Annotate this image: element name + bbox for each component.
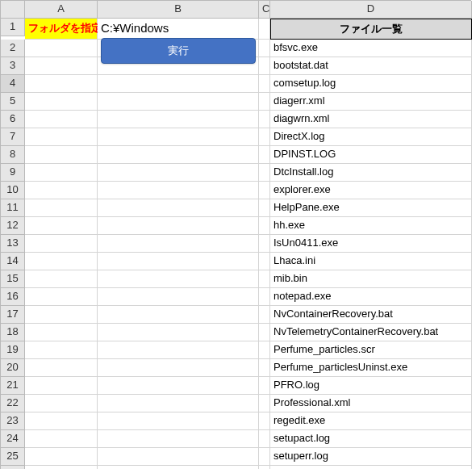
file-list-item[interactable]: hh.exe — [270, 217, 472, 235]
cell-A13[interactable] — [25, 235, 98, 253]
cell-B23[interactable] — [98, 412, 259, 430]
cell-C13[interactable] — [259, 235, 270, 253]
cell-B19[interactable] — [98, 341, 259, 359]
row-header-4[interactable]: 4 — [1, 75, 25, 93]
cell-B10[interactable] — [98, 182, 259, 199]
cell-A25[interactable] — [25, 448, 98, 466]
cell-A17[interactable] — [25, 306, 98, 324]
row-header-8[interactable]: 8 — [1, 146, 25, 164]
cell-C5[interactable] — [259, 93, 270, 111]
cell-C24[interactable] — [259, 430, 270, 448]
cell-C17[interactable] — [259, 306, 270, 324]
file-list-item[interactable]: setupact.log — [270, 430, 472, 448]
col-header-B[interactable]: B — [98, 1, 259, 19]
file-list-item[interactable]: PFRO.log — [270, 377, 472, 395]
row-header-22[interactable]: 22 — [1, 395, 25, 412]
cell-B2[interactable]: 実行 — [98, 40, 259, 57]
file-list-item[interactable]: HelpPane.exe — [270, 199, 472, 217]
row-header-23[interactable]: 23 — [1, 412, 25, 430]
cell-C25[interactable] — [259, 448, 270, 466]
cell-C8[interactable] — [259, 146, 270, 164]
cell-A26[interactable] — [25, 466, 98, 469]
file-list-item[interactable]: notepad.exe — [270, 288, 472, 306]
row-header-14[interactable]: 14 — [1, 253, 25, 270]
file-list-item[interactable]: comsetup.log — [270, 75, 472, 93]
row-header-9[interactable]: 9 — [1, 164, 25, 182]
cell-C21[interactable] — [259, 377, 270, 395]
cell-C11[interactable] — [259, 199, 270, 217]
cell-A10[interactable] — [25, 182, 98, 199]
cell-A14[interactable] — [25, 253, 98, 270]
cell-B12[interactable] — [98, 217, 259, 235]
cell-B25[interactable] — [98, 448, 259, 466]
row-header-16[interactable]: 16 — [1, 288, 25, 306]
file-list-item[interactable]: NvContainerRecovery.bat — [270, 306, 472, 324]
file-list-item[interactable]: Lhaca.ini — [270, 253, 472, 270]
file-list-item[interactable]: regedit.exe — [270, 412, 472, 430]
cell-C3[interactable] — [259, 57, 270, 75]
file-list-item[interactable]: DirectX.log — [270, 128, 472, 146]
cell-A21[interactable] — [25, 377, 98, 395]
cell-B6[interactable] — [98, 111, 259, 128]
cell-A6[interactable] — [25, 111, 98, 128]
file-list-item[interactable]: explorer.exe — [270, 182, 472, 199]
row-header-20[interactable]: 20 — [1, 359, 25, 377]
cell-B18[interactable] — [98, 324, 259, 341]
cell-A3[interactable] — [25, 57, 98, 75]
cell-A7[interactable] — [25, 128, 98, 146]
cell-B14[interactable] — [98, 253, 259, 270]
cell-B21[interactable] — [98, 377, 259, 395]
cell-A11[interactable] — [25, 199, 98, 217]
file-list-item[interactable]: diagwrn.xml — [270, 111, 472, 128]
file-list-item[interactable]: Professional.xml — [270, 395, 472, 412]
row-header-2[interactable]: 2 — [1, 40, 25, 57]
cell-C1[interactable] — [259, 19, 270, 40]
file-list-item[interactable]: bootstat.dat — [270, 57, 472, 75]
row-header-7[interactable]: 7 — [1, 128, 25, 146]
cell-B20[interactable] — [98, 359, 259, 377]
cell-A12[interactable] — [25, 217, 98, 235]
cell-C22[interactable] — [259, 395, 270, 412]
row-header-17[interactable]: 17 — [1, 306, 25, 324]
row-header-24[interactable]: 24 — [1, 430, 25, 448]
cell-A19[interactable] — [25, 341, 98, 359]
cell-A18[interactable] — [25, 324, 98, 341]
cell-B26[interactable] — [98, 466, 259, 469]
cell-A22[interactable] — [25, 395, 98, 412]
file-list-item[interactable]: bfsvc.exe — [270, 40, 472, 57]
cell-C14[interactable] — [259, 253, 270, 270]
cell-C4[interactable] — [259, 75, 270, 93]
cell-A5[interactable] — [25, 93, 98, 111]
file-list-item[interactable]: NvTelemetryContainerRecovery.bat — [270, 324, 472, 341]
row-header-26[interactable]: 26 — [1, 466, 25, 469]
cell-A23[interactable] — [25, 412, 98, 430]
cell-C12[interactable] — [259, 217, 270, 235]
col-header-D[interactable]: D — [270, 1, 472, 19]
cell-C9[interactable] — [259, 164, 270, 182]
cell-A15[interactable] — [25, 270, 98, 288]
row-header-25[interactable]: 25 — [1, 448, 25, 466]
cell-B13[interactable] — [98, 235, 259, 253]
cell-B4[interactable] — [98, 75, 259, 93]
row-header-11[interactable]: 11 — [1, 199, 25, 217]
cell-B16[interactable] — [98, 288, 259, 306]
cell-B8[interactable] — [98, 146, 259, 164]
cell-C20[interactable] — [259, 359, 270, 377]
row-header-12[interactable]: 12 — [1, 217, 25, 235]
cell-A9[interactable] — [25, 164, 98, 182]
cell-C16[interactable] — [259, 288, 270, 306]
row-header-5[interactable]: 5 — [1, 93, 25, 111]
cell-C2[interactable] — [259, 40, 270, 57]
cell-C23[interactable] — [259, 412, 270, 430]
cell-C6[interactable] — [259, 111, 270, 128]
file-list-item[interactable]: setuperr.log — [270, 448, 472, 466]
file-list-item[interactable]: IsUn0411.exe — [270, 235, 472, 253]
cell-C15[interactable] — [259, 270, 270, 288]
row-header-3[interactable]: 3 — [1, 57, 25, 75]
file-list-item[interactable]: Perfume_particlesUninst.exe — [270, 359, 472, 377]
cell-A24[interactable] — [25, 430, 98, 448]
cell-B22[interactable] — [98, 395, 259, 412]
cell-A2[interactable] — [25, 40, 98, 57]
col-header-C[interactable]: C — [259, 1, 270, 19]
row-header-13[interactable]: 13 — [1, 235, 25, 253]
